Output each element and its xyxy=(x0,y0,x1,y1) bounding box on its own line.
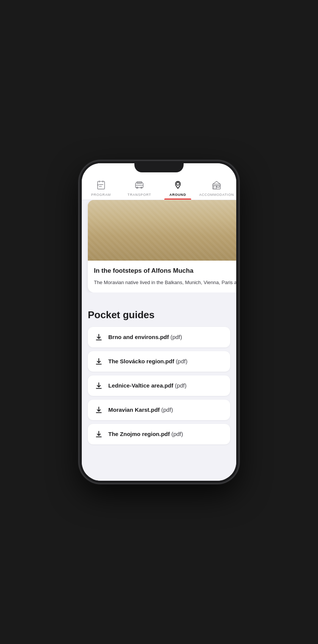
guide-item-lednice[interactable]: Lednice-Valtice area.pdf (pdf) xyxy=(88,375,230,396)
nav-label-accommodation: ACCOMMODATION xyxy=(199,193,234,200)
nav-label-transport: TRANSPORT xyxy=(128,193,151,200)
svg-point-11 xyxy=(176,183,179,185)
museum-floor-bg xyxy=(88,200,236,261)
guide-item-karst[interactable]: Moravian Karst.pdf (pdf) xyxy=(88,400,230,420)
guide-name-slovacko: The Slovácko region.pdf (pdf) xyxy=(108,358,187,365)
download-icon-znojmo xyxy=(95,430,103,438)
guide-name-znojmo: The Znojmo region.pdf (pdf) xyxy=(108,430,183,438)
around-icon xyxy=(173,180,183,191)
accommodation-icon xyxy=(212,180,221,191)
download-icon-slovacko xyxy=(95,357,103,366)
guides-section: Pocket guides Brno and environs.pdf (pdf… xyxy=(82,300,236,460)
guide-name-karst: Moravian Karst.pdf (pdf) xyxy=(108,406,173,414)
main-content[interactable]: In the footsteps of Alfons Mucha The Mor… xyxy=(82,200,236,481)
screen: PROGRAM TRANSPORT xyxy=(82,163,236,481)
guide-item-znojmo[interactable]: The Znojmo region.pdf (pdf) xyxy=(88,424,230,444)
svg-point-5 xyxy=(97,184,98,186)
cards-scroll: In the footsteps of Alfons Mucha The Mor… xyxy=(82,200,236,292)
notch xyxy=(134,161,184,172)
download-icon-brno xyxy=(95,333,103,341)
nav-item-program[interactable]: PROGRAM xyxy=(82,177,120,200)
program-icon xyxy=(96,180,106,191)
nav-label-program: PROGRAM xyxy=(91,193,111,200)
download-icon-karst xyxy=(95,406,103,414)
transport-icon xyxy=(134,180,144,191)
card-mucha[interactable]: In the footsteps of Alfons Mucha The Mor… xyxy=(88,200,236,292)
nav-label-around: AROUND xyxy=(169,193,186,200)
guide-name-brno: Brno and environs.pdf (pdf) xyxy=(108,333,182,341)
card-mucha-body: In the footsteps of Alfons Mucha The Mor… xyxy=(88,261,236,292)
guide-item-slovacko[interactable]: The Slovácko region.pdf (pdf) xyxy=(88,351,230,372)
guide-name-lednice: Lednice-Valtice area.pdf (pdf) xyxy=(108,382,187,389)
phone-frame: PROGRAM TRANSPORT xyxy=(80,161,238,483)
nav-item-transport[interactable]: TRANSPORT xyxy=(120,177,158,200)
cards-section: In the footsteps of Alfons Mucha The Mor… xyxy=(82,200,236,300)
nav-item-around[interactable]: AROUND xyxy=(159,177,197,200)
card-mucha-desc: The Moravian native lived in the Balkans… xyxy=(94,279,236,286)
svg-rect-0 xyxy=(97,181,104,189)
nav-item-accommodation[interactable]: ACCOMMODATION xyxy=(197,177,236,200)
pocket-guides-title: Pocket guides xyxy=(88,309,230,321)
svg-rect-13 xyxy=(214,186,217,189)
card-mucha-title: In the footsteps of Alfons Mucha xyxy=(94,267,236,275)
download-icon-lednice xyxy=(95,381,103,390)
guide-item-brno[interactable]: Brno and environs.pdf (pdf) xyxy=(88,327,230,347)
card-mucha-image xyxy=(88,200,236,261)
svg-rect-14 xyxy=(217,186,220,188)
